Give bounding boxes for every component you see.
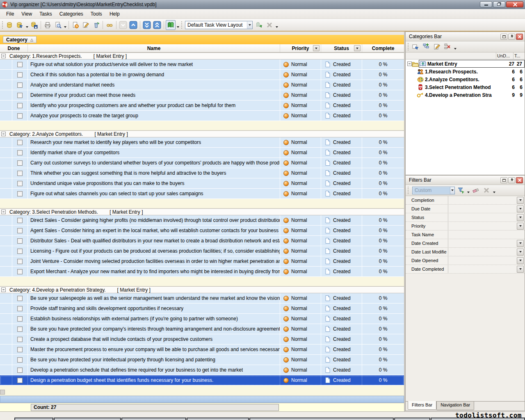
group-header-row[interactable]: Category: 3.Select Penetration Methods.[… (0, 208, 404, 215)
priority-filter-dropdown[interactable] (313, 45, 320, 51)
new-database-button[interactable] (5, 20, 14, 30)
column-header-status[interactable]: Status (321, 44, 362, 52)
filter-preset-dropdown-icon[interactable] (450, 187, 454, 194)
filter-priority-dropdown[interactable] (517, 223, 524, 230)
task-row[interactable]: Establish business relationships with ex… (0, 314, 404, 324)
task-checkbox[interactable] (17, 296, 23, 301)
delete-layout-button[interactable] (265, 20, 274, 30)
menu-item-view[interactable]: View (18, 10, 36, 18)
task-row[interactable]: Distributor Sales - Deal with qualified … (0, 236, 404, 246)
open-database-button[interactable] (15, 20, 25, 30)
task-checkbox[interactable] (17, 337, 23, 342)
filter-value-field[interactable] (448, 239, 517, 247)
task-checkbox[interactable] (17, 218, 23, 223)
delete-filter-button[interactable] (482, 186, 491, 195)
task-checkbox[interactable] (17, 368, 23, 373)
filter-completion-dropdown[interactable] (517, 197, 524, 204)
filter-due-date-dropdown[interactable] (517, 205, 524, 212)
find-tasks-icon[interactable] (105, 20, 114, 30)
print-preview-button[interactable] (53, 20, 63, 30)
layout-view-dropdown[interactable] (176, 21, 180, 30)
total-column-header[interactable]: T... (513, 52, 525, 59)
tree-item-market-entry[interactable]: Market Entry2727 (406, 60, 525, 68)
filters-bar-pin-button[interactable] (508, 177, 515, 183)
edit-category-button[interactable] (432, 42, 442, 51)
task-checkbox[interactable] (17, 150, 23, 155)
toolbar-grip[interactable] (1, 21, 4, 29)
task-row[interactable]: Direct Sales - Consider gaining higher p… (0, 215, 404, 226)
layout-combo-dropdown-icon[interactable] (247, 21, 252, 29)
task-checkbox[interactable] (17, 326, 23, 332)
task-row[interactable]: Understand unique value propositions tha… (0, 178, 404, 189)
task-row[interactable]: Design a penetration budget sheet that i… (0, 375, 404, 386)
tree-item-2-analyze-competitors[interactable]: 2.Analyze Competitors.66 (406, 75, 525, 83)
menu-item-tasks[interactable]: Tasks (36, 10, 56, 18)
layout-view-toggle-button[interactable] (166, 20, 176, 30)
filter-value-field[interactable] (448, 231, 525, 239)
task-checkbox[interactable] (17, 72, 23, 78)
collapse-group-icon[interactable] (1, 210, 6, 214)
apply-filter-dropdown[interactable] (466, 186, 470, 195)
filter-value-field[interactable] (448, 256, 517, 265)
collapse-group-icon[interactable] (1, 288, 6, 292)
task-checkbox[interactable] (17, 103, 23, 108)
menu-item-categories[interactable]: Categories (56, 10, 87, 18)
task-checkbox[interactable] (17, 171, 23, 176)
task-checkbox[interactable] (17, 228, 23, 233)
undone-column-header[interactable]: UnD... (496, 52, 513, 59)
new-category-button[interactable] (411, 42, 420, 51)
new-task-button[interactable] (71, 20, 80, 30)
task-row[interactable]: Joint Venture - Consider moving selected… (0, 256, 404, 267)
group-header-row[interactable]: Category: 1.Research Prospects.[ Market … (0, 52, 404, 59)
task-checkbox[interactable] (17, 140, 23, 145)
apply-filter-button[interactable] (456, 186, 466, 195)
move-to-top-button[interactable] (152, 20, 162, 30)
restore-button[interactable] (493, 1, 505, 7)
categories-bar-collapse-button[interactable] (500, 34, 507, 40)
open-database-dropdown[interactable] (25, 21, 29, 30)
menu-item-help[interactable]: Help (106, 10, 123, 18)
filter-value-field[interactable] (448, 248, 517, 256)
filters-bar-close-button[interactable] (516, 177, 523, 183)
filter-value-field[interactable] (448, 205, 517, 213)
task-row[interactable]: Check if this solution has a potential t… (0, 70, 404, 80)
task-checkbox[interactable] (17, 238, 23, 244)
task-row[interactable]: Agent Sales - Consider hiring an expert … (0, 226, 404, 236)
task-row[interactable]: Be sure your salespeople as well as the … (0, 293, 404, 304)
filter-value-field[interactable] (448, 222, 517, 230)
menu-item-tools[interactable]: Tools (87, 10, 106, 18)
filter-value-field[interactable] (448, 196, 517, 204)
task-row[interactable]: Create a prospect database that will inc… (0, 334, 404, 345)
task-row[interactable]: Carry out customer surveys to understand… (0, 158, 404, 168)
task-checkbox[interactable] (17, 347, 23, 352)
filter-date-opened-dropdown[interactable] (517, 257, 524, 264)
categories-bar-pin-button[interactable] (508, 34, 515, 40)
filters-toolbar-dropdown[interactable] (492, 186, 496, 195)
column-header-name[interactable]: Name (28, 44, 280, 52)
layout-toolbar-grip[interactable] (180, 21, 183, 29)
collapse-group-icon[interactable] (1, 54, 6, 58)
task-row[interactable]: Identify who your prospecting customers … (0, 100, 404, 111)
collapse-group-icon[interactable] (1, 132, 6, 136)
new-subcategory-button[interactable] (421, 42, 431, 51)
print-preview-dropdown[interactable] (63, 21, 67, 30)
layout-combo[interactable]: Default Task View Layout (185, 21, 253, 29)
task-row[interactable]: Master the procurement process to ensure… (0, 345, 404, 355)
delete-category-button[interactable] (443, 42, 452, 51)
categories-toolbar-dropdown[interactable] (453, 42, 457, 51)
close-button[interactable] (506, 1, 523, 7)
task-checkbox[interactable] (17, 249, 23, 254)
filter-date-completed-dropdown[interactable] (517, 266, 524, 273)
task-row[interactable]: Determine if your product can meet those… (0, 90, 404, 100)
task-row[interactable]: Be sure you have protected your company'… (0, 324, 404, 334)
group-header-row[interactable]: Category: 4.Develop a Penetration Strate… (0, 286, 404, 293)
task-checkbox[interactable] (17, 62, 23, 67)
filters-bar-collapse-button[interactable] (500, 177, 507, 183)
task-row[interactable]: Think whether you can suggest something … (0, 168, 404, 178)
move-to-bottom-button[interactable] (142, 20, 152, 30)
task-row[interactable]: Identify market share of your competitor… (0, 148, 404, 158)
edit-task-button[interactable] (81, 20, 91, 30)
tree-item-1-research-prospects[interactable]: 1.Research Prospects.66 (406, 68, 525, 75)
collapse-tree-icon[interactable] (407, 62, 412, 66)
task-row[interactable]: Develop a penetration schedule that defi… (0, 365, 404, 375)
